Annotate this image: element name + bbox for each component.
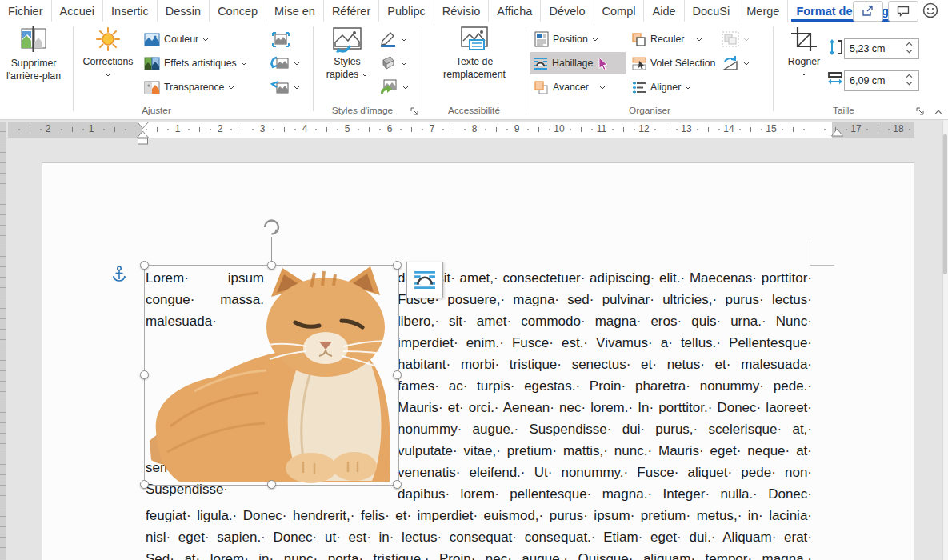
width-spinner[interactable] [906, 74, 946, 86]
tab-mise-en-page[interactable]: Mise en [266, 0, 324, 22]
resize-handle-bottom-center[interactable] [267, 480, 276, 489]
resize-handle-top-left[interactable] [140, 261, 149, 270]
tab-accueil[interactable]: Accuei [52, 0, 104, 22]
chevron-down-icon [801, 72, 807, 76]
chevron-down-icon [294, 86, 300, 90]
reculer-button[interactable]: Reculer [632, 30, 702, 49]
corrections-button[interactable]: Corrections [77, 26, 139, 77]
tab-publipostage[interactable]: Publipc [379, 0, 434, 22]
selection-pane-icon [632, 57, 646, 70]
habillage-button[interactable]: Habillage [530, 52, 626, 74]
resize-handle-bottom-left[interactable] [140, 480, 149, 489]
chevron-down-icon [402, 86, 409, 90]
vertical-scrollbar[interactable] [942, 120, 948, 560]
tab-dessin[interactable]: Dessin [158, 0, 210, 22]
ribbon-divider [422, 26, 422, 111]
picture-effects-icon [379, 56, 397, 70]
effets-artistiques-label: Effets artistiques [164, 58, 237, 69]
picture-layout-icon [379, 79, 398, 95]
height-spinner[interactable] [906, 42, 946, 54]
volet-selection-button[interactable]: Volet Sélection [632, 54, 715, 73]
ribbon-divider [313, 26, 314, 111]
image-selection-frame[interactable] [144, 265, 399, 486]
aligner-button[interactable]: Aligner [632, 78, 691, 97]
share-button[interactable] [853, 1, 883, 22]
rotate-objects-button[interactable] [722, 54, 750, 73]
reset-picture-button[interactable] [270, 78, 300, 97]
picture-effects-button[interactable] [379, 54, 407, 73]
tab-fichier[interactable]: Fichier [0, 0, 52, 22]
rogner-button[interactable]: Rogner [781, 26, 827, 76]
tab-revision[interactable]: Révisio [434, 0, 490, 22]
compress-pictures-button[interactable] [272, 30, 290, 49]
tab-insertion[interactable]: Insertic [103, 0, 158, 22]
ribbon: Supprimer l'arrière-plan Corrections Cou… [0, 22, 948, 120]
chevron-down-icon [202, 38, 209, 42]
resize-handle-middle-left[interactable] [140, 370, 149, 379]
chevron-down-icon [228, 86, 234, 90]
alt-text-icon [458, 26, 490, 52]
tab-docusign[interactable]: DocuSi [685, 0, 739, 22]
remove-background-icon [20, 26, 47, 52]
align-icon [632, 81, 646, 94]
couleur-button[interactable]: Couleur [144, 30, 209, 49]
alt-text-label-1: Texte de [456, 55, 494, 68]
resize-handle-middle-right[interactable] [393, 370, 402, 379]
quick-styles-button[interactable]: Styles rapides [318, 26, 376, 81]
document-text-layer[interactable]: Lorem· ipsumcongue· massa.malesuada·sem·… [0, 120, 948, 560]
share-icon [862, 6, 874, 17]
tab-references[interactable]: Référer [324, 0, 379, 22]
sun-icon [95, 26, 121, 52]
remove-background-button[interactable]: Supprimer l'arrière-plan [0, 26, 74, 82]
chevron-down-icon [592, 38, 598, 42]
alt-text-button[interactable]: Texte de remplacement [426, 26, 523, 81]
rotate-handle-icon[interactable] [261, 216, 282, 238]
chevron-down-icon [294, 62, 300, 66]
chevron-down-icon [696, 38, 702, 42]
chevron-down-icon [362, 73, 368, 77]
text-line: vulputate· vitae,· pretium· mattis,· nun… [398, 440, 812, 462]
effets-artistiques-button[interactable]: Effets artistiques [144, 54, 247, 73]
resize-handle-top-right[interactable] [393, 261, 402, 270]
spinner-down-icon[interactable] [906, 49, 913, 54]
tab-complements[interactable]: Compl [594, 0, 645, 22]
aligner-label: Aligner [650, 82, 681, 93]
text-line: Sed· at· lorem· in· nunc· porta· tristiq… [146, 548, 812, 560]
avancer-button[interactable]: Avancer [534, 78, 606, 97]
picture-border-button[interactable] [379, 30, 407, 49]
send-backward-icon [632, 33, 646, 46]
resize-handle-bottom-right[interactable] [393, 480, 402, 489]
scrollbar-thumb[interactable] [943, 134, 947, 274]
resize-handle-top-center[interactable] [267, 261, 276, 270]
tab-conception[interactable]: Concep [210, 0, 266, 22]
tab-merge[interactable]: Merge [738, 0, 788, 22]
feedback-button[interactable] [922, 2, 939, 22]
layout-options-button[interactable] [406, 262, 443, 298]
spinner-down-icon[interactable] [906, 81, 913, 86]
tab-developpeur[interactable]: Dévelo [541, 0, 594, 22]
mouse-cursor-icon [598, 57, 609, 70]
position-button[interactable]: Position [534, 30, 598, 49]
tab-format-image[interactable]: Format de l'image [788, 0, 903, 22]
group-objects-icon [722, 31, 739, 47]
group-label-accessibilite: Accessibilité [422, 105, 526, 116]
tab-aide[interactable]: Aide [644, 0, 684, 22]
comments-button[interactable] [888, 1, 918, 22]
styles-dialog-launcher-icon[interactable] [410, 106, 419, 116]
comment-icon [897, 6, 910, 17]
quick-styles-label-1: Styles [334, 55, 361, 68]
width-icon [827, 71, 843, 86]
collapse-ribbon-icon[interactable] [934, 110, 942, 114]
group-objects-button[interactable] [722, 30, 750, 49]
picture-layout-button[interactable] [379, 78, 409, 97]
couleur-label: Couleur [164, 34, 198, 45]
transparence-button[interactable]: Transparence [144, 78, 234, 97]
spinner-up-icon[interactable] [906, 74, 913, 78]
tab-affichage[interactable]: Afficha [489, 0, 541, 22]
group-label-ajuster: Ajuster [0, 105, 313, 116]
taille-dialog-launcher-icon[interactable] [915, 106, 925, 116]
change-picture-button[interactable] [270, 54, 300, 73]
ribbon-divider [73, 26, 74, 111]
spinner-up-icon[interactable] [906, 42, 913, 46]
document-canvas: 211234567891011121314151718 Lorem· ipsum… [0, 120, 948, 560]
